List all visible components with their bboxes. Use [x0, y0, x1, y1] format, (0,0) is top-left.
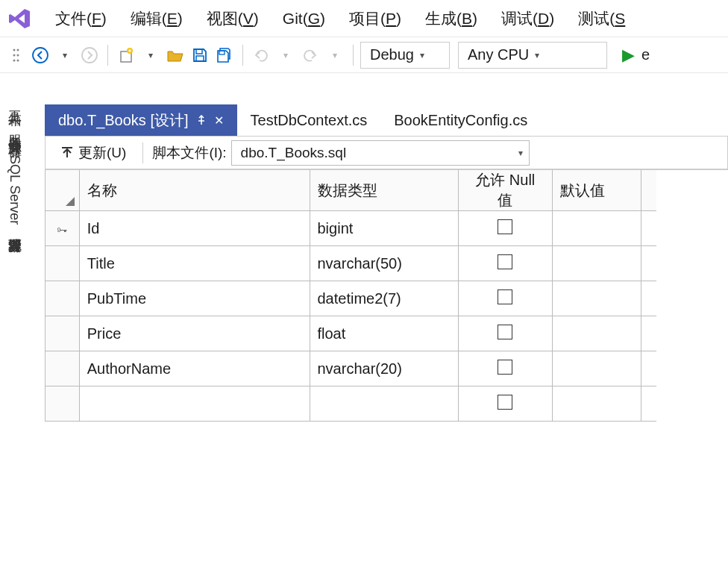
cell-default[interactable] — [552, 211, 641, 246]
cell-allow-null[interactable] — [459, 211, 552, 246]
cell-name[interactable]: AuthorName — [79, 351, 310, 386]
toolbar-separator — [242, 45, 243, 66]
checkbox[interactable] — [498, 254, 512, 269]
tab-label: BookEntityConfig.cs — [394, 112, 527, 129]
nav-back-dropdown[interactable]: ▾ — [54, 43, 76, 68]
row-header[interactable]: 🗝 — [46, 211, 80, 246]
cell-type[interactable]: float — [310, 316, 459, 351]
svg-point-3 — [17, 54, 19, 56]
row-header[interactable] — [46, 386, 80, 422]
table-row[interactable]: Price float — [46, 316, 657, 351]
column-header-type[interactable]: 数据类型 — [310, 170, 459, 211]
document-tabs: dbo.T_Books [设计] ✕ TestDbContext.cs Book… — [45, 104, 728, 136]
nav-forward-button[interactable] — [78, 43, 101, 68]
cell-name[interactable]: Price — [79, 316, 310, 351]
save-button[interactable] — [189, 43, 211, 68]
cell-allow-null[interactable] — [459, 246, 552, 281]
cell-name[interactable] — [79, 386, 310, 422]
row-header[interactable] — [46, 281, 80, 316]
doc-tab-bookentityconfig[interactable]: BookEntityConfig.cs — [380, 104, 541, 136]
open-folder-button[interactable] — [164, 43, 186, 68]
svg-point-1 — [17, 48, 19, 51]
table-row[interactable]: PubTime datetime2(7) — [46, 281, 657, 316]
cell-type[interactable]: bigint — [310, 211, 459, 246]
cell-name[interactable]: Id — [79, 211, 310, 246]
table-row[interactable]: 🗝 Id bigint — [46, 211, 657, 246]
new-item-button[interactable] — [115, 43, 137, 68]
column-header-allow-null[interactable]: 允许 Null 值 — [459, 170, 552, 211]
pin-icon[interactable] — [196, 115, 207, 125]
cell-default[interactable] — [552, 246, 641, 281]
new-item-dropdown[interactable]: ▾ — [139, 43, 162, 68]
side-tab-server-explorer[interactable]: 服务器资源管理器 — [0, 121, 28, 139]
run-button[interactable]: ▶ — [617, 43, 639, 68]
checkbox[interactable] — [498, 360, 512, 375]
cell-extra — [641, 351, 656, 386]
cell-type[interactable]: nvarchar(50) — [310, 246, 459, 281]
table-row[interactable]: AuthorName nvarchar(20) — [46, 351, 657, 386]
row-header[interactable] — [46, 246, 80, 281]
cell-type[interactable] — [310, 386, 459, 422]
grid-corner-selector[interactable] — [46, 170, 80, 211]
toolbar-separator — [142, 143, 143, 163]
row-header[interactable] — [46, 316, 80, 351]
row-header[interactable] — [46, 351, 80, 386]
cell-extra — [641, 281, 656, 316]
table-row[interactable]: Title nvarchar(50) — [46, 246, 657, 281]
cell-type[interactable]: datetime2(7) — [310, 281, 459, 316]
menu-edit[interactable]: 编辑(E) — [120, 4, 193, 34]
table-designer-grid: 名称 数据类型 允许 Null 值 默认值 🗝 Id bigint Title … — [45, 170, 656, 422]
side-tabs: 工具箱 服务器资源管理器 SQL Server 对象资源管理器 — [0, 75, 28, 231]
redo-dropdown[interactable]: ▾ — [324, 43, 346, 68]
table-row-new[interactable] — [46, 386, 657, 422]
menu-build[interactable]: 生成(B) — [415, 4, 488, 34]
undo-dropdown[interactable]: ▾ — [274, 43, 297, 68]
cell-allow-null[interactable] — [459, 316, 552, 351]
menu-debug[interactable]: 调试(D) — [491, 4, 565, 34]
primary-key-icon: 🗝 — [57, 224, 67, 236]
cell-default[interactable] — [552, 316, 641, 351]
cell-name[interactable]: Title — [79, 246, 310, 281]
save-all-button[interactable] — [213, 43, 236, 68]
nav-back-button[interactable] — [29, 43, 51, 68]
svg-rect-10 — [196, 49, 202, 54]
doc-tab-testdbcontext[interactable]: TestDbContext.cs — [237, 104, 381, 136]
cell-allow-null[interactable] — [459, 351, 552, 386]
column-header-name[interactable]: 名称 — [79, 170, 310, 211]
update-button[interactable]: 更新(U) — [53, 140, 134, 166]
checkbox[interactable] — [498, 289, 512, 304]
script-file-value: dbo.T_Books.sql — [241, 145, 347, 161]
configuration-dropdown[interactable]: Debug▾ — [360, 42, 450, 69]
cell-allow-null[interactable] — [459, 281, 552, 316]
undo-button[interactable] — [250, 43, 272, 68]
doc-tab-books-design[interactable]: dbo.T_Books [设计] ✕ — [45, 104, 237, 136]
cell-type[interactable]: nvarchar(20) — [310, 351, 459, 386]
menu-view[interactable]: 视图(V) — [196, 4, 269, 34]
redo-button[interactable] — [299, 43, 321, 68]
menu-git[interactable]: Git(G) — [272, 5, 336, 32]
side-tab-toolbox[interactable]: 工具箱 — [0, 97, 28, 107]
cell-default[interactable] — [552, 281, 641, 316]
update-label: 更新(U) — [78, 143, 126, 163]
menu-test[interactable]: 测试(S — [568, 4, 636, 34]
platform-dropdown[interactable]: Any CPU▾ — [458, 42, 607, 69]
script-file-label: 脚本文件(I): — [152, 143, 226, 163]
cell-allow-null[interactable] — [459, 386, 552, 422]
cell-name[interactable]: PubTime — [79, 281, 310, 316]
checkbox[interactable] — [498, 395, 512, 410]
cell-extra — [641, 316, 656, 351]
cell-extra — [641, 386, 656, 422]
checkbox[interactable] — [498, 219, 512, 234]
column-header-extra — [641, 170, 656, 211]
script-file-dropdown[interactable]: dbo.T_Books.sql ▾ — [231, 140, 530, 166]
svg-point-5 — [17, 59, 19, 61]
checkbox[interactable] — [498, 325, 512, 339]
side-tab-sql-object-explorer[interactable]: SQL Server 对象资源管理器 — [0, 152, 28, 231]
column-header-default[interactable]: 默认值 — [552, 170, 641, 211]
menu-project[interactable]: 项目(P) — [339, 4, 412, 34]
vs-logo — [4, 4, 34, 34]
cell-default[interactable] — [552, 386, 641, 422]
cell-default[interactable] — [552, 351, 641, 386]
close-icon[interactable]: ✕ — [214, 113, 224, 128]
menu-file[interactable]: 文件(F) — [45, 4, 117, 34]
